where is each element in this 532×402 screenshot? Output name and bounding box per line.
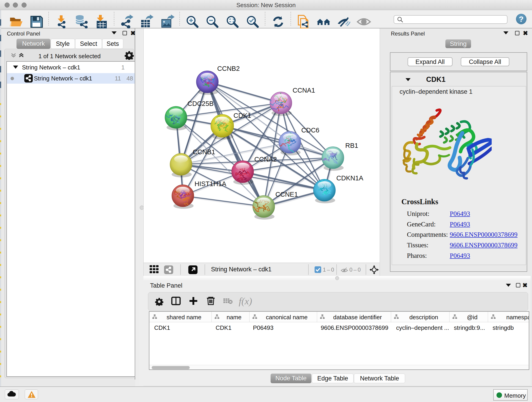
svg-text:CDC6: CDC6 bbox=[301, 127, 319, 134]
svg-text:CCNB2: CCNB2 bbox=[217, 65, 240, 72]
svg-text:CCNA1: CCNA1 bbox=[293, 87, 315, 94]
svg-text:CDK1: CDK1 bbox=[234, 112, 251, 119]
svg-text:CCNE1: CCNE1 bbox=[275, 191, 298, 198]
svg-text:HIST1H1A: HIST1H1A bbox=[195, 180, 226, 187]
svg-text:CCNA2: CCNA2 bbox=[254, 156, 277, 163]
svg-text:CCNB1: CCNB1 bbox=[193, 148, 215, 156]
svg-text:CDC25B: CDC25B bbox=[187, 100, 214, 107]
svg-text:CDKN1A: CDKN1A bbox=[336, 174, 363, 182]
svg-text:RB1: RB1 bbox=[345, 142, 358, 149]
